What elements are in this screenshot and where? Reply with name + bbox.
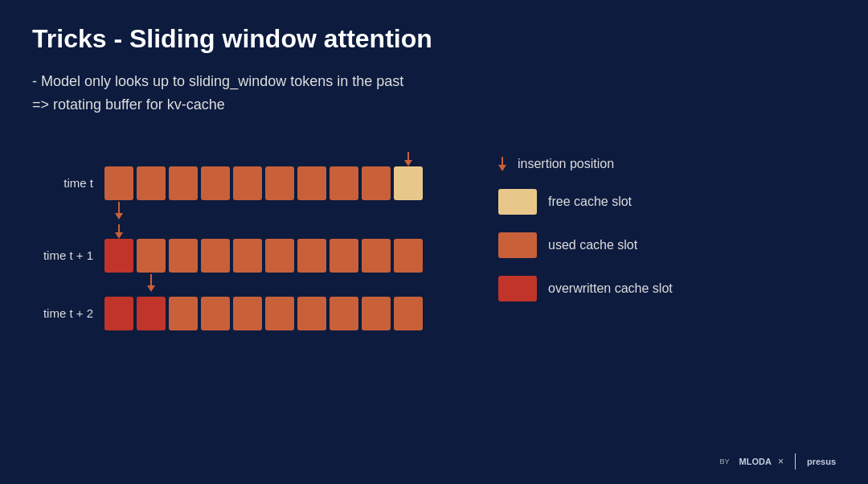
slot bbox=[362, 297, 391, 330]
legend-label-free: free cache slot bbox=[548, 195, 632, 209]
row-time-t: time t bbox=[32, 149, 434, 200]
legend-item-used: used cache slot bbox=[498, 232, 673, 258]
slot bbox=[233, 166, 262, 200]
slot bbox=[265, 297, 294, 330]
side-arrow-1 bbox=[115, 202, 123, 219]
slot-overwritten bbox=[137, 297, 166, 330]
legend-label-overwritten: overwritten cache slot bbox=[548, 281, 673, 296]
branding: BY MLODA × presus bbox=[720, 453, 836, 470]
cache-slots-time-t1 bbox=[104, 239, 423, 273]
label-time-t1: time t + 1 bbox=[32, 248, 104, 262]
label-time-t2: time t + 2 bbox=[32, 306, 104, 320]
slot bbox=[330, 166, 358, 200]
slot bbox=[297, 297, 326, 330]
cache-slots-time-t bbox=[104, 166, 423, 200]
slot bbox=[394, 239, 423, 273]
legend-label-insertion: insertion position bbox=[518, 157, 614, 171]
subtitle-block: - Model only looks up to sliding_window … bbox=[32, 70, 836, 117]
slot bbox=[137, 239, 166, 273]
slot bbox=[362, 239, 391, 273]
slide-container: Tricks - Sliding window attention - Mode… bbox=[0, 0, 868, 484]
side-arrow-2 bbox=[147, 274, 155, 292]
slot bbox=[297, 239, 326, 273]
branding-x: × bbox=[778, 456, 784, 467]
slot bbox=[104, 166, 133, 200]
row-block-time-t2: time t + 2 bbox=[32, 297, 434, 330]
slot bbox=[201, 239, 230, 273]
slot bbox=[169, 297, 198, 330]
slot-overwritten bbox=[104, 239, 133, 273]
slot bbox=[297, 166, 326, 200]
content-area: time t bbox=[32, 149, 836, 330]
cache-slots-time-t2 bbox=[104, 297, 423, 330]
legend-swatch-free bbox=[498, 189, 537, 215]
slot-overwritten bbox=[104, 297, 133, 330]
legend-item-free: free cache slot bbox=[498, 189, 673, 215]
slot bbox=[233, 297, 262, 330]
subtitle-line2: => rotating buffer for kv-cache bbox=[32, 93, 836, 117]
slot bbox=[137, 166, 166, 200]
legend-swatch-overwritten bbox=[498, 276, 537, 301]
subtitle-line1: - Model only looks up to sliding_window … bbox=[32, 70, 836, 93]
legend-swatch-used bbox=[498, 232, 537, 258]
slot bbox=[265, 166, 294, 200]
slot bbox=[169, 166, 198, 200]
branding-separator bbox=[795, 453, 796, 470]
slot bbox=[362, 166, 391, 200]
label-time-t: time t bbox=[32, 176, 104, 190]
slot bbox=[265, 239, 294, 273]
diagram-area: time t bbox=[32, 149, 434, 330]
legend-item-overwritten: overwritten cache slot bbox=[498, 276, 673, 301]
legend-area: insertion position free cache slot used … bbox=[498, 149, 673, 301]
slot bbox=[233, 239, 262, 273]
branding-logo2: presus bbox=[807, 457, 836, 466]
slot bbox=[330, 297, 358, 330]
slide-title: Tricks - Sliding window attention bbox=[32, 24, 836, 54]
branding-by: BY bbox=[720, 457, 730, 466]
row-time-t2: time t + 2 bbox=[32, 297, 434, 330]
legend-label-used: used cache slot bbox=[548, 238, 637, 252]
legend-insertion-icon bbox=[498, 157, 506, 171]
slot bbox=[201, 166, 230, 200]
row-block-time-t1: time t + 1 bbox=[32, 239, 434, 273]
slot bbox=[201, 297, 230, 330]
slot bbox=[330, 239, 358, 273]
legend-item-insertion: insertion position bbox=[498, 157, 673, 171]
row-block-time-t: time t bbox=[32, 166, 434, 200]
slot-free bbox=[394, 166, 423, 200]
row-time-t1: time t + 1 bbox=[32, 224, 434, 273]
slot bbox=[169, 239, 198, 273]
branding-logo1: MLODA bbox=[739, 457, 772, 466]
slot bbox=[394, 297, 423, 330]
